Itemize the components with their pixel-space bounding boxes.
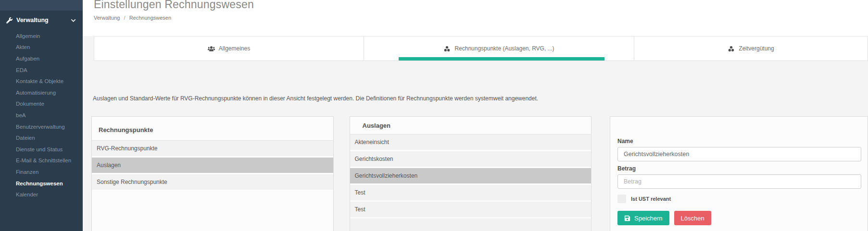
sidebar-item-automatisierung[interactable]: Automatisierung [0, 87, 83, 98]
tab-rechnungspunkte-auslagen-rvg[interactable]: Rechnungspunkte (Auslagen, RVG, ...) [364, 36, 634, 61]
sidebar-items: AllgemeinAktenAufgabenEDAKontakte & Obje… [0, 30, 83, 200]
active-tab-indicator [399, 57, 605, 61]
description-text: Auslagen und Standard-Werte für RVG-Rech… [93, 95, 868, 102]
panel-rechnungspunkte-list: RVG-RechnungspunkteAuslagenSonstige Rech… [92, 141, 333, 191]
page-title: Einstellungen Rechnungswesen [94, 0, 868, 11]
sidebar-item-allgemein[interactable]: Allgemein [0, 30, 83, 42]
ust-checkbox[interactable] [617, 195, 626, 203]
panel-auslagen-list: AkteneinsichtGerichtskostenGerichtsvollz… [350, 134, 591, 231]
tabbar: AllgemeinesRechnungspunkte (Auslagen, RV… [94, 36, 868, 61]
betrag-input[interactable] [617, 174, 861, 189]
breadcrumb-separator: / [124, 15, 126, 21]
breadcrumb-link-rechnungswesen[interactable]: Rechnungswesen [129, 15, 171, 21]
app-window: Verwaltung AllgemeinAktenAufgabenEDAKont… [0, 0, 868, 231]
form-buttons: Speichern Löschen [617, 211, 860, 225]
users-icon [208, 46, 215, 52]
list-item-akteneinsicht[interactable]: Akteneinsicht [350, 134, 591, 151]
breadcrumb: Verwaltung / Rechnungswesen [94, 15, 868, 21]
list-item-test[interactable]: Test [350, 202, 591, 219]
delete-button[interactable]: Löschen [674, 211, 711, 225]
panels-row: Rechnungspunkte RVG-RechnungspunkteAusla… [91, 116, 868, 231]
ust-checkbox-label: Ist UST relevant [631, 196, 671, 202]
tab-label: Zeitvergütung [739, 45, 774, 52]
tab-label: Rechnungspunkte (Auslagen, RVG, ...) [454, 45, 554, 52]
panel-edit-form: Name Betrag Ist UST relevant Speichern L… [610, 116, 868, 231]
list-item-auslagen[interactable]: Auslagen [92, 158, 333, 174]
sidebar-item-akten[interactable]: Akten [0, 42, 83, 53]
list-item-sonstige-rechnungspunkte[interactable]: Sonstige Rechnungspunkte [92, 174, 333, 191]
sidebar-item-kontakte-objekte[interactable]: Kontakte & Objekte [0, 75, 83, 87]
name-label: Name [617, 138, 860, 145]
panel-auslagen-title: Auslagen [350, 117, 591, 134]
list-item-gerichtskosten[interactable]: Gerichtskosten [350, 151, 591, 168]
page-header: Einstellungen Rechnungswesen Verwaltung … [83, 0, 868, 36]
save-button[interactable]: Speichern [617, 211, 669, 225]
sidebar-item-aufgaben[interactable]: Aufgaben [0, 53, 83, 64]
tab-zeitvergütung[interactable]: Zeitvergütung [634, 36, 868, 61]
panel-rechnungspunkte-title: Rechnungspunkte [92, 117, 333, 141]
floppy-icon [624, 215, 630, 221]
sidebar-section-label: Verwaltung [16, 17, 49, 24]
sidebar-item-finanzen[interactable]: Finanzen [0, 166, 83, 178]
betrag-label: Betrag [617, 165, 860, 172]
panel-rechnungspunkte: Rechnungspunkte RVG-RechnungspunkteAusla… [91, 116, 334, 231]
ust-checkbox-row: Ist UST relevant [617, 195, 860, 203]
delete-button-label: Löschen [681, 215, 704, 222]
cluster-icon [728, 46, 735, 52]
sidebar-section-verwaltung[interactable]: Verwaltung [0, 11, 83, 28]
sidebar-item-kalender[interactable]: Kalender [0, 189, 83, 200]
sidebar-top-strip [0, 0, 83, 11]
sidebar-item-e-mail-schnittstellen[interactable]: E-Mail & Schnittstellen [0, 155, 83, 167]
wrench-icon [6, 17, 13, 24]
sidebar-item-dokumente[interactable]: Dokumente [0, 98, 83, 110]
breadcrumb-link-verwaltung[interactable]: Verwaltung [94, 15, 120, 21]
sidebar-item-dienste-und-status[interactable]: Dienste und Status [0, 144, 83, 155]
chevron-down-icon [71, 18, 76, 23]
cluster-icon [443, 46, 451, 52]
panel-auslagen: Auslagen AkteneinsichtGerichtskostenGeri… [350, 116, 592, 231]
name-input[interactable] [617, 147, 861, 161]
sidebar-item-eda[interactable]: EDA [0, 64, 83, 76]
list-item-gerichtsvollzieherkosten[interactable]: Gerichtsvollzieherkosten [350, 168, 591, 185]
list-item-partial[interactable] [350, 219, 591, 231]
save-button-label: Speichern [634, 215, 663, 222]
tab-allgemeines[interactable]: Allgemeines [94, 36, 364, 61]
tab-label: Allgemeines [219, 45, 250, 52]
sidebar-item-dateien[interactable]: Dateien [0, 132, 83, 144]
sidebar-item-bea[interactable]: beA [0, 109, 83, 121]
main-area: Einstellungen Rechnungswesen Verwaltung … [83, 0, 868, 231]
sidebar: Verwaltung AllgemeinAktenAufgabenEDAKont… [0, 0, 83, 231]
list-item-test[interactable]: Test [350, 185, 591, 202]
list-item-rvg-rechnungspunkte[interactable]: RVG-Rechnungspunkte [92, 141, 333, 158]
sidebar-item-benutzerverwaltung[interactable]: Benutzerverwaltung [0, 121, 83, 133]
sidebar-item-rechnungswesen[interactable]: Rechnungswesen [0, 178, 83, 189]
